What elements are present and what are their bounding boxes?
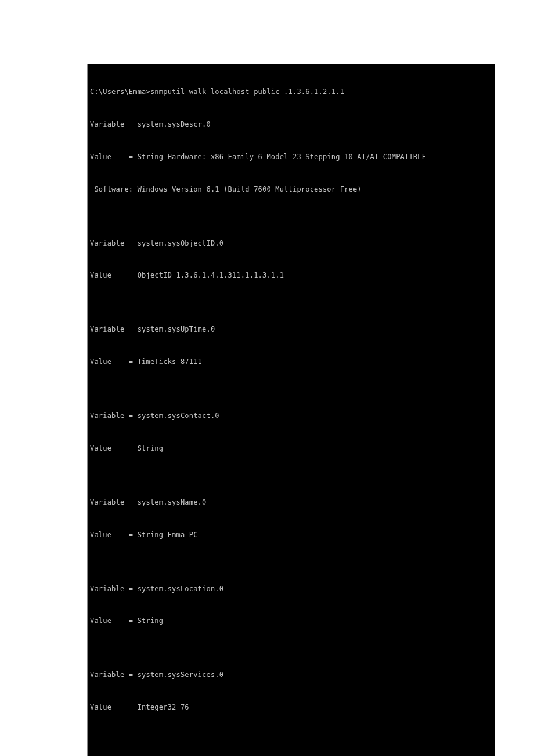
terminal-line: Value = ObjectID 1.3.6.1.4.1.311.1.1.3.1… <box>90 270 492 281</box>
terminal-line: C:\Users\Emma>snmputil walk localhost pu… <box>90 87 492 98</box>
terminal-line: Value = TimeTicks 87111 <box>90 357 492 368</box>
terminal-line: Software: Windows Version 6.1 (Build 760… <box>90 184 492 195</box>
terminal-line: Variable = system.sysName.0 <box>90 497 492 508</box>
terminal-line: Value = String <box>90 443 492 454</box>
terminal-line: Value = String Hardware: x86 Family 6 Mo… <box>90 152 492 163</box>
terminal-line: Variable = system.sysContact.0 <box>90 411 492 422</box>
terminal-line: Value = String Emma-PC <box>90 530 492 541</box>
terminal-line: Variable = system.sysUpTime.0 <box>90 324 492 335</box>
terminal-line: Variable = system.sysObjectID.0 <box>90 238 492 249</box>
terminal-output: C:\Users\Emma>snmputil walk localhost pu… <box>87 64 495 756</box>
terminal-line: Value = Integer32 76 <box>90 702 492 713</box>
terminal-line: Variable = system.sysDescr.0 <box>90 119 492 130</box>
terminal-line: Variable = system.sysServices.0 <box>90 669 492 681</box>
terminal-line: Variable = system.sysLocation.0 <box>90 584 492 595</box>
terminal-line: Value = String <box>90 615 492 627</box>
document-page: C:\Users\Emma>snmputil walk localhost pu… <box>0 0 534 756</box>
